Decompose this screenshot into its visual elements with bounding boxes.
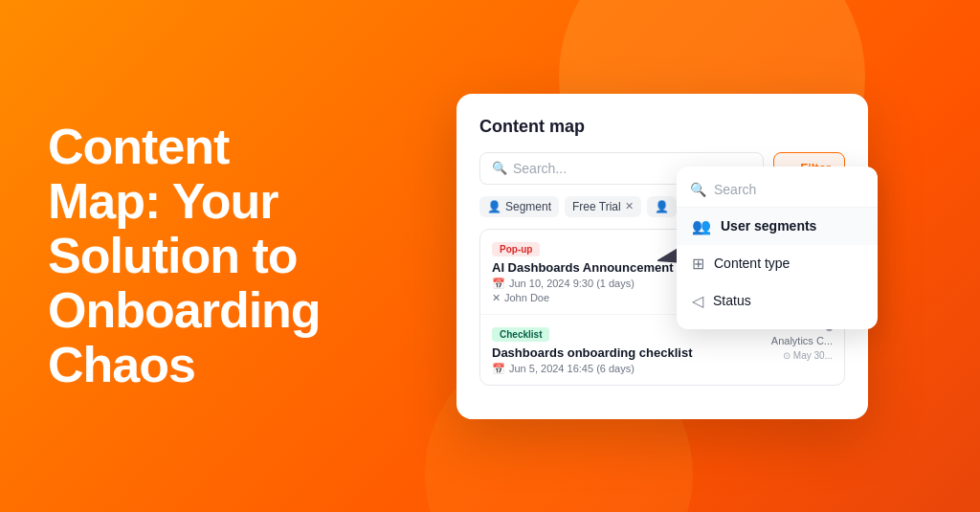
row-user-1: John Doe (504, 292, 549, 303)
dropdown-label-status: Status (713, 293, 751, 308)
calendar-icon: 📅 (492, 278, 505, 290)
tag-segment-label: Segment (505, 200, 551, 213)
tag-free-trial-label: Free Trial (572, 200, 621, 213)
dropdown-item-user-segments[interactable]: 👥 User segments (677, 208, 878, 245)
search-placeholder: Search... (513, 161, 567, 176)
dropdown-search-row: 🔍 Search (677, 176, 878, 208)
row-meta-user-1: ✕ John Doe (492, 292, 673, 304)
tag-extra: 👤 (647, 196, 677, 217)
row-meta-1: 📅 Jun 10, 2024 9:30 (1 days) (492, 278, 673, 290)
row-date-1: Jun 10, 2024 9:30 (1 days) (509, 278, 635, 289)
dropdown-label-user-segments: User segments (721, 218, 816, 234)
badge-checklist: Checklist (492, 327, 549, 342)
row-title-2: Dashboards onboarding checklist (492, 345, 693, 360)
row-meta-2: 📅 Jun 5, 2024 16:45 (6 days) (492, 363, 693, 375)
calendar-icon-2: 📅 (492, 363, 505, 375)
background: Content Map: Your Solution to Onboarding… (0, 0, 980, 512)
tag-free-trial: Free Trial ✕ (565, 196, 641, 217)
segment-icon: 👤 (487, 200, 501, 213)
dropdown-search-icon: 🔍 (690, 182, 706, 197)
dropdown-item-status[interactable]: ◁ Status (677, 282, 878, 320)
status-icon: ◁ (692, 292, 703, 310)
content-map-card: Content map 🔍 Search... ⟁ Filter 👤 Segme… (457, 94, 868, 419)
dropdown-search-placeholder: Search (714, 182, 756, 197)
dropdown-label-content-type: Content type (714, 256, 790, 271)
partial-date: ⊙ May 30... (783, 350, 833, 361)
tag-segment: 👤 Segment (479, 196, 559, 217)
card-title: Content map (479, 117, 845, 137)
tag-close-icon[interactable]: ✕ (625, 200, 634, 212)
right-section: Content map 🔍 Search... ⟁ Filter 👤 Segme… (364, 94, 980, 419)
dropdown-item-content-type[interactable]: ⊞ Content type (677, 245, 878, 282)
row-title-1: AI Dashboards Announcement (492, 260, 673, 275)
row-date-2: Jun 5, 2024 16:45 (6 days) (509, 363, 635, 374)
left-section: Content Map: Your Solution to Onboarding… (0, 62, 364, 451)
tag-extra-icon: 👤 (655, 200, 669, 213)
badge-popup: Pop-up (492, 242, 540, 256)
user-segments-icon: 👥 (692, 217, 711, 235)
search-icon: 🔍 (492, 161, 507, 175)
dropdown-panel: 🔍 Search 👥 User segments ⊞ Content type … (677, 167, 878, 329)
hero-title: Content Map: Your Solution to Onboarding… (48, 120, 316, 393)
partial-col: Analytics C... (771, 335, 833, 346)
user-icon: ✕ (492, 292, 501, 304)
content-type-icon: ⊞ (692, 255, 704, 273)
